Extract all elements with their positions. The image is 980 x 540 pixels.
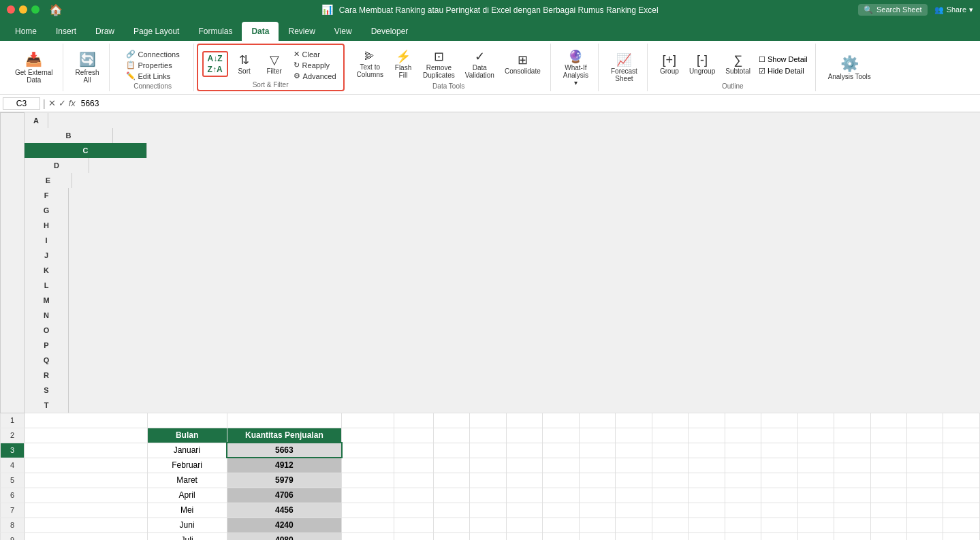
hide-detail-button[interactable]: ☑ Hide Detail: [757, 66, 810, 76]
chevron-down-icon: ▾: [574, 79, 578, 86]
advanced-button[interactable]: ⚙ Advanced: [291, 71, 339, 81]
get-data-button[interactable]: 📥 Get ExternalData: [11, 45, 57, 90]
group-icon: [+]: [663, 53, 677, 67]
filter-button[interactable]: ▽ Filter: [261, 50, 288, 78]
col-header-f[interactable]: F: [25, 188, 69, 203]
table-row: 7 Mei 4456: [1, 503, 980, 518]
filter-icon: ▽: [270, 52, 279, 67]
col-header-s[interactable]: S: [25, 383, 69, 398]
formula-input[interactable]: [78, 99, 977, 108]
group-button[interactable]: [+] Group: [656, 50, 683, 78]
get-external-data-button[interactable]: 📥 Get ExternalData: [11, 48, 57, 86]
share-button[interactable]: 👥 Share ▾: [934, 5, 973, 14]
col-header-k[interactable]: K: [25, 263, 69, 278]
ungroup-icon: [-]: [697, 53, 708, 67]
ribbon-group-connections: 🔗 Connections 📋 Properties ✏️ Edit Links…: [112, 44, 194, 91]
ribbon-group-sort-filter: A↓Z Z↑A ⇅ Sort ▽ Filter ✕ Clear: [197, 44, 345, 91]
ribbon-group-refresh: 🔄 RefreshAll: [66, 44, 110, 91]
outline-label: Outline: [722, 82, 744, 90]
refresh-all-button[interactable]: 🔄 RefreshAll: [72, 48, 104, 86]
col-header-j[interactable]: J: [25, 248, 69, 263]
text-columns-icon: ⫸: [364, 49, 376, 63]
title-bar: 🏠 📊 Cara Membuat Ranking atau Peringkat …: [0, 0, 980, 19]
tab-formulas[interactable]: Formulas: [189, 22, 242, 41]
col-header-m[interactable]: M: [25, 293, 69, 308]
grid-wrapper[interactable]: A B C D E F G H I J K L M N O P Q: [0, 112, 980, 540]
col-header-a[interactable]: A: [25, 113, 48, 128]
col-header-c[interactable]: C: [25, 143, 147, 158]
minimize-button[interactable]: [19, 5, 27, 14]
text-to-columns-button[interactable]: ⫸ Text toColumns: [353, 46, 388, 81]
properties-icon: 📋: [126, 61, 136, 69]
col-header-l[interactable]: L: [25, 278, 69, 293]
col-header-n[interactable]: N: [25, 308, 69, 323]
col-header-d[interactable]: D: [25, 158, 89, 173]
search-bar[interactable]: 🔍 Search Sheet: [858, 4, 928, 16]
sort-az-button[interactable]: A↓Z: [205, 53, 225, 64]
connections-icon: 🔗: [126, 50, 136, 59]
col-header-q[interactable]: Q: [25, 353, 69, 368]
table-row: 3 Januari 5663: [1, 443, 980, 458]
tab-data[interactable]: Data: [242, 22, 279, 41]
edit-links-button[interactable]: ✏️ Edit Links: [123, 71, 183, 81]
flash-fill-button[interactable]: ⚡ FlashFill: [390, 46, 417, 82]
traffic-lights: [7, 5, 39, 14]
formula-divider: |: [43, 98, 46, 109]
ribbon-group-get-data: 📥 Get ExternalData: [5, 44, 63, 91]
tab-view[interactable]: View: [325, 22, 362, 41]
subtotal-button[interactable]: ∑ Subtotal: [721, 50, 755, 78]
sort-button[interactable]: ⇅ Sort: [231, 50, 258, 78]
forecast-icon: 📈: [616, 52, 631, 67]
header-bulan[interactable]: Bulan: [147, 428, 227, 443]
col-header-p[interactable]: P: [25, 338, 69, 353]
consolidate-icon: ⊞: [518, 52, 528, 67]
col-header-i[interactable]: I: [25, 233, 69, 248]
forecast-button[interactable]: 📈 ForecastSheet: [607, 50, 642, 85]
ribbon-group-analysis: ⚙️ Analysis Tools: [819, 44, 881, 91]
spreadsheet-container: A B C D E F G H I J K L M N O P Q: [0, 112, 980, 540]
cancel-formula-icon[interactable]: ✕: [48, 98, 56, 108]
what-if-analysis-button[interactable]: 🔮 What-IfAnalysis ▾: [559, 46, 592, 89]
col-header-r[interactable]: R: [25, 368, 69, 383]
col-header-b[interactable]: B: [25, 128, 113, 143]
edit-links-icon: ✏️: [126, 72, 136, 80]
close-button[interactable]: [7, 5, 15, 14]
connections-button[interactable]: 🔗 Connections: [123, 49, 183, 59]
confirm-formula-icon[interactable]: ✓: [59, 98, 66, 108]
tab-page-layout[interactable]: Page Layout: [124, 22, 189, 41]
col-header-h[interactable]: H: [25, 218, 69, 233]
table-row: 6 April 4706: [1, 488, 980, 503]
grid-table: A B C D E F G H I J K L M N O P Q: [0, 112, 980, 540]
analysis-tools-button[interactable]: ⚙️ Analysis Tools: [824, 52, 875, 83]
table-row: 2 Bulan Kuantitas Penjualan: [1, 428, 980, 443]
ribbon-group-forecast: 📈 ForecastSheet: [601, 44, 648, 91]
consolidate-button[interactable]: ⊞ Consolidate: [501, 50, 545, 78]
properties-button[interactable]: 📋 Properties: [123, 60, 183, 70]
clear-filter-button[interactable]: ✕ Clear: [291, 49, 339, 59]
validation-icon: ✓: [475, 49, 485, 64]
remove-duplicates-button[interactable]: ⊡ RemoveDuplicates: [419, 46, 459, 82]
tab-draw[interactable]: Draw: [86, 22, 124, 41]
data-validation-button[interactable]: ✓ DataValidation: [461, 46, 499, 82]
tab-home[interactable]: Home: [5, 22, 46, 41]
col-header-g[interactable]: G: [25, 203, 69, 218]
ribbon: 📥 Get ExternalData 🔄 RefreshAll 🔗 Connec…: [0, 41, 980, 95]
insert-function-icon[interactable]: fx: [69, 98, 76, 108]
reapply-button[interactable]: ↻ Reapply: [291, 60, 339, 70]
selected-cell-c3[interactable]: 5663: [227, 443, 341, 458]
maximize-button[interactable]: [31, 5, 39, 14]
col-header-e[interactable]: E: [25, 173, 72, 188]
header-kuantitas[interactable]: Kuantitas Penjualan: [227, 428, 341, 443]
sort-az-za-group: A↓Z Z↑A: [202, 51, 228, 77]
ungroup-button[interactable]: [-] Ungroup: [685, 50, 719, 78]
tab-insert[interactable]: Insert: [46, 22, 86, 41]
tab-developer[interactable]: Developer: [362, 22, 418, 41]
cell-reference-input[interactable]: [3, 97, 40, 110]
tab-review[interactable]: Review: [279, 22, 324, 41]
formula-bar: | ✕ ✓ fx: [0, 95, 980, 112]
col-header-t[interactable]: T: [25, 398, 69, 413]
col-header-o[interactable]: O: [25, 323, 69, 338]
sort-za-button[interactable]: Z↑A: [205, 64, 225, 75]
show-detail-button[interactable]: ☐ Show Detail: [757, 54, 810, 65]
table-row: 4 Februari 4912: [1, 458, 980, 473]
